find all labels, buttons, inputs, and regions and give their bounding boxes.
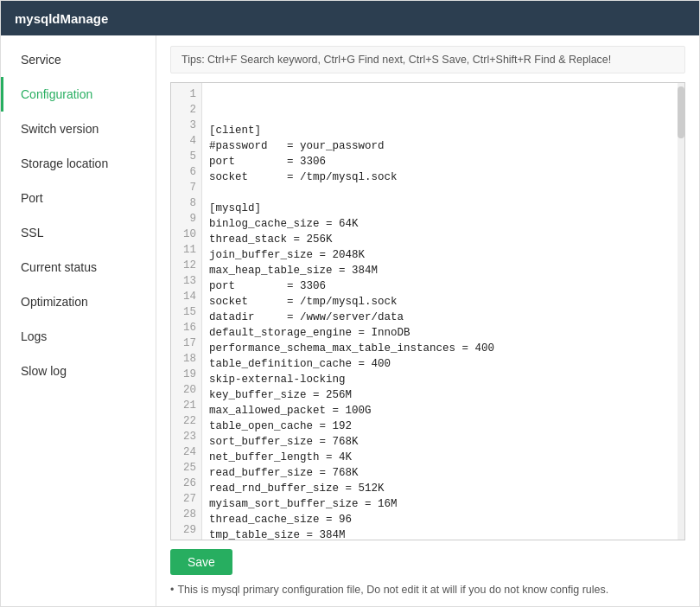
line-number: 19 bbox=[171, 367, 201, 382]
line-number: 11 bbox=[171, 242, 201, 258]
line-number: 22 bbox=[171, 413, 201, 429]
code-line: read_buffer_size = 768K bbox=[209, 465, 671, 481]
line-number: 10 bbox=[171, 227, 201, 242]
code-line: socket = /tmp/mysql.sock bbox=[209, 294, 671, 310]
app-container: mysqldManage ServiceConfigurationSwitch … bbox=[0, 0, 700, 607]
sidebar-item-switch-version[interactable]: Switch version bbox=[1, 112, 156, 146]
code-line: net_buffer_length = 4K bbox=[209, 450, 671, 465]
code-line: skip-external-locking bbox=[209, 372, 671, 387]
code-line bbox=[209, 185, 671, 201]
sidebar-item-logs[interactable]: Logs bbox=[1, 319, 156, 354]
code-line: max_heap_table_size = 384M bbox=[209, 263, 671, 278]
line-number: 3 bbox=[171, 118, 201, 133]
code-line: thread_cache_size = 96 bbox=[209, 512, 671, 527]
code-line: datadir = /www/server/data bbox=[209, 310, 671, 325]
code-line: sort_buffer_size = 768K bbox=[209, 434, 671, 450]
line-number: 28 bbox=[171, 507, 201, 522]
line-number: 25 bbox=[171, 460, 201, 476]
line-number: 7 bbox=[171, 180, 201, 195]
sidebar-item-optimization[interactable]: Optimization bbox=[1, 284, 156, 319]
line-number: 26 bbox=[171, 476, 201, 491]
code-line: key_buffer_size = 256M bbox=[209, 387, 671, 403]
line-number: 18 bbox=[171, 351, 201, 367]
tips-bar: Tips: Ctrl+F Search keyword, Ctrl+G Find… bbox=[170, 46, 685, 73]
sidebar-item-current-status[interactable]: Current status bbox=[1, 250, 156, 284]
tips-text: Tips: Ctrl+F Search keyword, Ctrl+G Find… bbox=[181, 54, 611, 66]
line-number: 30 bbox=[171, 538, 201, 540]
app-title: mysqldManage bbox=[15, 11, 108, 26]
line-number: 17 bbox=[171, 335, 201, 351]
code-line: join_buffer_size = 2048K bbox=[209, 247, 671, 263]
code-line: [client] bbox=[209, 123, 671, 138]
line-number: 1 bbox=[171, 86, 201, 102]
line-number: 15 bbox=[171, 304, 201, 320]
line-number: 9 bbox=[171, 211, 201, 227]
sidebar: ServiceConfigurationSwitch versionStorag… bbox=[1, 35, 156, 606]
code-line: table_definition_cache = 400 bbox=[209, 356, 671, 372]
code-line: default_storage_engine = InnoDB bbox=[209, 325, 671, 341]
scrollbar-thumb[interactable] bbox=[678, 86, 684, 138]
code-line: myisam_sort_buffer_size = 16M bbox=[209, 496, 671, 512]
code-line: [mysqld] bbox=[209, 201, 671, 216]
line-number: 5 bbox=[171, 149, 201, 164]
bottom-area: Save • This is mysql primary configurati… bbox=[170, 549, 685, 596]
line-number: 21 bbox=[171, 398, 201, 413]
line-number: 29 bbox=[171, 522, 201, 538]
line-number: 27 bbox=[171, 491, 201, 507]
line-number: 13 bbox=[171, 273, 201, 289]
app-header: mysqldManage bbox=[1, 1, 699, 35]
line-number: 20 bbox=[171, 382, 201, 398]
scrollbar-track[interactable] bbox=[678, 83, 684, 540]
save-button[interactable]: Save bbox=[170, 549, 232, 575]
editor-wrapper: 1234567891011121314151617181920212223242… bbox=[170, 82, 685, 540]
bullet-icon: • bbox=[170, 584, 174, 596]
code-line: port = 3306 bbox=[209, 278, 671, 294]
code-line: max_allowed_packet = 100G bbox=[209, 403, 671, 419]
line-number: 4 bbox=[171, 133, 201, 149]
code-line: binlog_cache_size = 64K bbox=[209, 216, 671, 232]
code-line: port = 3306 bbox=[209, 154, 671, 169]
sidebar-item-storage-location[interactable]: Storage location bbox=[1, 146, 156, 181]
editor-area[interactable]: 1234567891011121314151617181920212223242… bbox=[171, 83, 684, 540]
code-line: #password = your_password bbox=[209, 138, 671, 154]
code-content[interactable]: [client]#password = your_passwordport = … bbox=[202, 83, 678, 540]
note-text: This is mysql primary configuration file… bbox=[177, 584, 608, 596]
line-number: 14 bbox=[171, 289, 201, 304]
line-numbers: 1234567891011121314151617181920212223242… bbox=[171, 83, 202, 540]
code-line: tmp_table_size = 384M bbox=[209, 527, 671, 540]
sidebar-item-slow-log[interactable]: Slow log bbox=[1, 354, 156, 388]
sidebar-item-configuration[interactable]: Configuration bbox=[1, 77, 156, 112]
line-number: 6 bbox=[171, 164, 201, 180]
code-line: table_open_cache = 192 bbox=[209, 419, 671, 434]
line-number: 24 bbox=[171, 444, 201, 460]
line-number: 12 bbox=[171, 258, 201, 273]
code-line: performance_schema_max_table_instances =… bbox=[209, 341, 671, 356]
code-line: read_rnd_buffer_size = 512K bbox=[209, 481, 671, 496]
line-number: 16 bbox=[171, 320, 201, 335]
line-number: 23 bbox=[171, 429, 201, 444]
sidebar-item-service[interactable]: Service bbox=[1, 42, 156, 77]
app-body: ServiceConfigurationSwitch versionStorag… bbox=[1, 35, 699, 606]
line-number: 8 bbox=[171, 195, 201, 211]
code-line: thread_stack = 256K bbox=[209, 232, 671, 247]
sidebar-item-port[interactable]: Port bbox=[1, 181, 156, 215]
code-line: socket = /tmp/mysql.sock bbox=[209, 169, 671, 185]
main-content: Tips: Ctrl+F Search keyword, Ctrl+G Find… bbox=[156, 35, 699, 606]
sidebar-item-ssl[interactable]: SSL bbox=[1, 215, 156, 250]
note-area: • This is mysql primary configuration fi… bbox=[170, 584, 685, 596]
line-number: 2 bbox=[171, 102, 201, 118]
